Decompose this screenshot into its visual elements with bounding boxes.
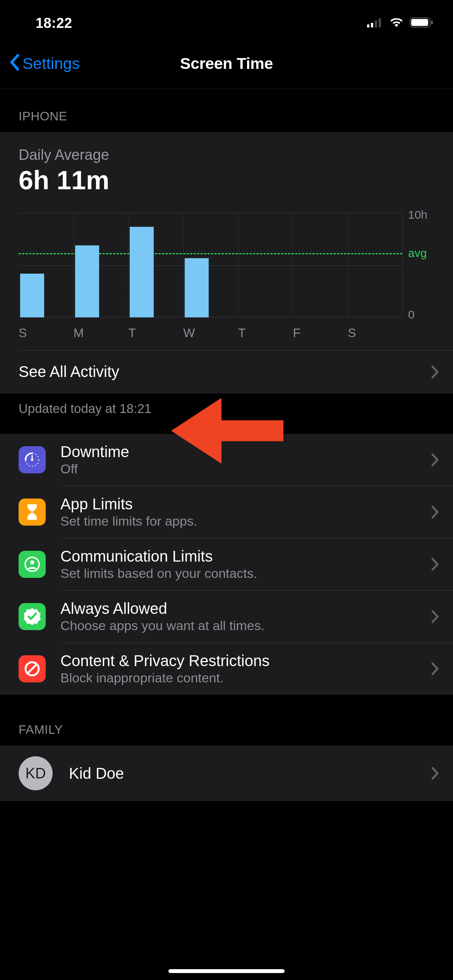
svg-rect-1 (371, 23, 373, 27)
chevron-left-icon (9, 53, 20, 75)
daily-average-value: 6h 11m (19, 165, 434, 195)
see-all-activity-row[interactable]: See All Activity (0, 351, 453, 394)
day-label: S (19, 326, 74, 340)
avatar: KD (19, 756, 53, 790)
family-list: KDKid Doe (0, 745, 453, 801)
cellular-icon (367, 17, 383, 29)
back-label: Settings (22, 55, 80, 73)
nosign-icon (19, 655, 46, 682)
settings-list: DowntimeOffApp LimitsSet time limits for… (0, 434, 453, 695)
chevron-right-icon (431, 365, 439, 379)
y-axis-avg: avg (408, 247, 427, 260)
battery-icon (410, 17, 434, 29)
svg-line-13 (27, 664, 37, 673)
svg-rect-3 (379, 18, 381, 27)
chevron-right-icon (431, 558, 439, 571)
chevron-right-icon (431, 505, 439, 519)
wifi-icon (389, 17, 404, 29)
checkbadge-icon (19, 603, 46, 630)
status-icons (367, 17, 434, 29)
settings-row-hourglass[interactable]: App LimitsSet time limits for apps. (0, 486, 453, 538)
usage-chart: 10h avg 0 (0, 195, 453, 320)
section-header-iphone: IPHONE (0, 89, 453, 132)
status-bar: 18:22 (0, 0, 453, 39)
y-axis-max: 10h (408, 208, 438, 221)
day-label: S (348, 326, 403, 340)
settings-row-sub: Block inappropriate content. (60, 670, 431, 685)
chart-bar (130, 227, 154, 317)
downtime-icon (19, 446, 46, 473)
see-all-activity-label: See All Activity (19, 363, 119, 380)
nav-bar: Settings Screen Time (0, 39, 453, 89)
page-title: Screen Time (180, 55, 273, 73)
chevron-right-icon (431, 610, 439, 623)
settings-row-title: App Limits (60, 495, 431, 513)
settings-row-title: Communication Limits (60, 548, 431, 565)
annotation-arrow-icon (171, 394, 283, 469)
day-label: T (128, 326, 183, 340)
chart-bar (75, 245, 99, 317)
svg-point-11 (30, 560, 34, 565)
home-indicator (168, 969, 285, 973)
day-label: W (183, 326, 238, 340)
settings-row-contact[interactable]: Communication LimitsSet limits based on … (0, 538, 453, 590)
chevron-right-icon (431, 662, 439, 675)
family-name: Kid Doe (69, 765, 431, 782)
family-row[interactable]: KDKid Doe (0, 745, 453, 801)
section-header-family: FAMILY (0, 695, 453, 745)
overview-card: Daily Average 6h 11m 10h avg 0 SMTWTFS S… (0, 132, 453, 394)
settings-row-title: Always Allowed (60, 600, 431, 617)
settings-row-sub: Set time limits for apps. (60, 514, 431, 529)
back-button[interactable]: Settings (9, 53, 80, 75)
day-label: T (238, 326, 293, 340)
svg-rect-2 (375, 21, 377, 27)
y-axis-min: 0 (408, 308, 438, 321)
status-time: 18:22 (36, 15, 72, 31)
settings-row-title: Content & Privacy Restrictions (60, 652, 431, 670)
svg-rect-5 (411, 19, 428, 26)
chart-bar (20, 274, 44, 317)
day-label: M (74, 326, 129, 340)
svg-rect-6 (431, 21, 433, 24)
chart-bar (185, 258, 209, 317)
svg-marker-14 (171, 398, 283, 464)
chevron-right-icon (431, 453, 439, 466)
settings-row-checkbadge[interactable]: Always AllowedChoose apps you want at al… (0, 591, 453, 642)
chevron-right-icon (431, 767, 439, 780)
day-label: F (293, 326, 348, 340)
settings-row-sub: Set limits based on your contacts. (60, 566, 431, 581)
settings-row-sub: Choose apps you want at all times. (60, 618, 431, 633)
day-labels: SMTWTFS (0, 320, 453, 350)
settings-row-nosign[interactable]: Content & Privacy RestrictionsBlock inap… (0, 643, 453, 695)
svg-rect-0 (367, 24, 369, 27)
contact-icon (19, 551, 46, 578)
hourglass-icon (19, 499, 46, 526)
daily-average-label: Daily Average (19, 147, 434, 163)
